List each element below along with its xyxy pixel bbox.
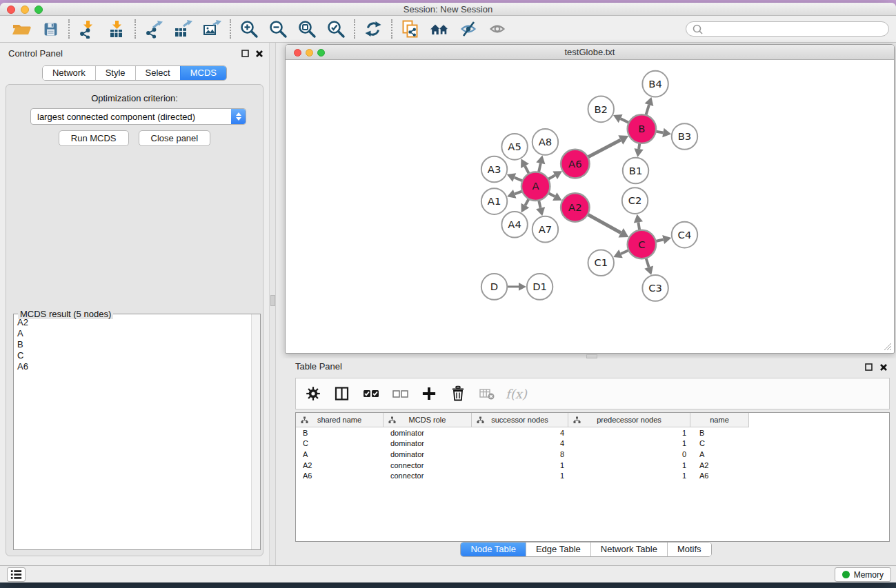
search-icon xyxy=(692,23,704,35)
import-network-button[interactable] xyxy=(73,18,102,40)
import-table-button[interactable] xyxy=(102,18,131,40)
graph-edge-A-A2[interactable] xyxy=(548,193,555,196)
table-row[interactable]: A dominator 8 0 A xyxy=(296,449,889,460)
graph-node-label-B: B xyxy=(638,123,645,134)
cell-shared-name: B xyxy=(296,429,384,437)
graph-node-label-A4: A4 xyxy=(508,219,521,230)
graph-node-label-A1: A1 xyxy=(488,195,501,207)
table-row[interactable]: A2 connector 1 1 A2 xyxy=(296,460,889,471)
splitter-handle[interactable] xyxy=(270,295,275,306)
column-header-predecessor-nodes[interactable]: predecessor nodes xyxy=(568,413,690,427)
export-network-button[interactable] xyxy=(139,18,168,40)
criterion-dropdown[interactable]: largest connected component (directed) xyxy=(30,108,246,125)
graph-edge-C-C4[interactable] xyxy=(656,239,664,241)
graph-edge-B-B1[interactable] xyxy=(639,143,639,149)
graph-edge-A-A7[interactable] xyxy=(539,201,540,208)
export-image-button[interactable] xyxy=(197,18,226,40)
graph-edge-A-A8[interactable] xyxy=(539,163,541,172)
run-mcds-button[interactable]: Run MCDS xyxy=(59,130,129,146)
table-settings-button[interactable] xyxy=(301,382,325,405)
close-table-panel-icon[interactable] xyxy=(879,363,888,372)
toolbar-separator xyxy=(391,19,392,39)
search-input[interactable] xyxy=(704,24,883,34)
deselect-all-icon xyxy=(392,385,408,402)
import-table-icon xyxy=(107,19,126,39)
tab-mcds[interactable]: MCDS xyxy=(180,66,226,80)
tab-motifs[interactable]: Motifs xyxy=(667,543,711,556)
tab-edge-table[interactable]: Edge Table xyxy=(526,543,590,556)
task-history-button[interactable] xyxy=(7,567,26,582)
show-columns-button[interactable] xyxy=(330,382,354,405)
table-header-row: shared name MCDS role xyxy=(296,413,889,427)
result-item[interactable]: A xyxy=(17,328,260,339)
graph-edge-B-B2[interactable] xyxy=(621,119,629,123)
memory-button[interactable]: Memory xyxy=(835,567,891,582)
table-row[interactable]: B dominator 4 1 B xyxy=(296,427,889,438)
home-network-button[interactable] xyxy=(425,18,454,40)
zoom-out-button[interactable] xyxy=(263,18,292,40)
float-panel-icon[interactable] xyxy=(241,49,250,58)
result-item[interactable]: C xyxy=(17,350,260,361)
graph-edge-C-C2[interactable] xyxy=(638,222,639,230)
graph-node-label-A2: A2 xyxy=(568,201,582,213)
result-item[interactable]: B xyxy=(17,339,260,350)
cell-mcds-role: dominator xyxy=(384,450,472,458)
cell-predecessors: 1 xyxy=(568,439,690,447)
zoom-in-button[interactable] xyxy=(235,18,263,40)
clone-network-button[interactable] xyxy=(396,18,425,40)
export-table-button[interactable] xyxy=(168,18,197,40)
graph-edge-A-A1[interactable] xyxy=(515,191,522,194)
refresh-button[interactable] xyxy=(359,18,388,40)
delete-table-button[interactable] xyxy=(475,382,499,405)
add-column-button[interactable] xyxy=(417,382,441,405)
table-row[interactable]: A6 connector 1 1 A6 xyxy=(296,470,889,481)
result-scrollbar[interactable] xyxy=(251,314,260,549)
tab-network[interactable]: Network xyxy=(43,66,95,80)
delete-column-button[interactable] xyxy=(446,382,470,405)
deselect-all-button[interactable] xyxy=(388,382,412,405)
zoom-fit-button[interactable] xyxy=(292,18,321,40)
graph-edge-B-B4[interactable] xyxy=(646,105,649,115)
close-panel-icon[interactable] xyxy=(255,50,263,58)
graph-edge-A-A3[interactable] xyxy=(515,178,523,181)
vertical-splitter[interactable] xyxy=(269,43,276,565)
graph-edge-C-C1[interactable] xyxy=(621,250,628,254)
result-item[interactable]: A2 xyxy=(17,317,260,328)
tab-network-table[interactable]: Network Table xyxy=(590,543,667,556)
open-session-button[interactable] xyxy=(7,18,36,40)
graph-edge-B-B3[interactable] xyxy=(656,132,664,133)
network-window-titlebar[interactable]: testGlobe.txt xyxy=(286,45,894,60)
float-table-panel-icon[interactable] xyxy=(864,363,873,372)
tab-select[interactable]: Select xyxy=(135,66,180,80)
cell-name: A2 xyxy=(690,461,749,469)
column-header-successor-nodes[interactable]: successor nodes xyxy=(472,413,568,427)
tab-node-table[interactable]: Node Table xyxy=(461,543,526,556)
plus-icon xyxy=(421,385,437,402)
graph-edge-A2-C[interactable] xyxy=(588,214,621,233)
hide-graphics-button[interactable] xyxy=(454,18,483,40)
graph-edge-C-C3[interactable] xyxy=(646,258,649,267)
close-panel-button[interactable]: Close panel xyxy=(139,130,211,146)
table-row[interactable]: C dominator 4 1 C xyxy=(296,438,889,449)
column-header-mcds-role[interactable]: MCDS role xyxy=(384,413,472,427)
network-canvas[interactable]: B4B2BB3A8A5A6A3B1AC2A1A2A4A7C4CC1DD1C3 xyxy=(286,61,893,352)
graph-edge-A-A4[interactable] xyxy=(525,199,528,205)
zoom-in-icon xyxy=(239,19,259,39)
search-field[interactable] xyxy=(686,21,889,37)
column-header-shared-name[interactable]: shared name xyxy=(296,413,384,427)
graph-edge-A6-B[interactable] xyxy=(588,140,621,157)
zoom-selected-button[interactable] xyxy=(321,18,350,40)
select-all-button[interactable] xyxy=(359,382,383,405)
function-builder-button[interactable]: f(x) xyxy=(504,387,527,401)
tab-style[interactable]: Style xyxy=(95,66,135,80)
graph-edge-A-A5[interactable] xyxy=(525,166,529,174)
show-graphics-button[interactable] xyxy=(483,18,512,40)
graph-edge-arrowhead xyxy=(536,155,545,164)
graph-edge-A-A6[interactable] xyxy=(548,175,555,179)
resize-grip[interactable] xyxy=(883,342,892,351)
save-session-button[interactable] xyxy=(36,18,65,40)
graph-node-label-A5: A5 xyxy=(508,141,521,152)
result-item[interactable]: A6 xyxy=(17,361,260,372)
column-label: MCDS role xyxy=(409,416,446,424)
column-header-name[interactable]: name xyxy=(690,413,749,427)
